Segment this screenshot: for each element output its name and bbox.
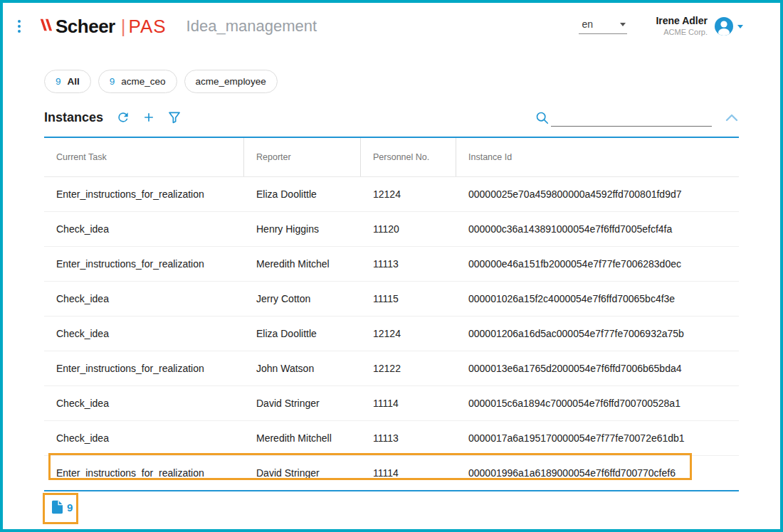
cell-current-task: Check_idea (44, 223, 244, 235)
frame-tab-notch (27, 0, 178, 4)
column-header-reporter[interactable]: Reporter (244, 138, 361, 176)
chevron-down-icon (620, 23, 626, 26)
page-count-value: 9 (67, 501, 73, 514)
cell-current-task: Enter_instructions_for_realization (44, 467, 244, 479)
cell-reporter: David Stringer (244, 398, 361, 409)
cell-current-task: Check_idea (44, 432, 244, 444)
cell-instance-id: 000000c36a143891000054e7f6ffd7005efcf4fa (456, 223, 739, 235)
chip-count: 9 (56, 76, 61, 87)
add-instance-button[interactable] (142, 110, 156, 124)
cell-personnel-no: 11113 (361, 258, 456, 270)
table-row[interactable]: Enter_instructions_for_realization Mered… (44, 247, 739, 282)
column-header-current-task[interactable]: Current Task (44, 138, 244, 176)
cell-personnel-no: 11114 (361, 467, 456, 479)
table-row[interactable]: Enter_instructions_for_realization Eliza… (44, 177, 739, 212)
chip-label: acme_ceo (121, 76, 165, 87)
refresh-button[interactable] (116, 110, 130, 124)
user-organization: ACME Corp. (656, 28, 708, 38)
chevron-up-icon (725, 112, 739, 122)
filter-button[interactable] (167, 110, 182, 124)
column-header-personnel-no[interactable]: Personnel No. (361, 138, 456, 176)
cell-reporter: Meredith Mitchel (244, 258, 361, 270)
filter-chip-bar: 9 All 9 acme_ceo acme_employee (44, 70, 278, 93)
table-header-row: Current Task Reporter Personnel No. Inst… (44, 138, 739, 177)
cell-reporter: Eliza Doolittle (244, 328, 361, 339)
cell-current-task: Check_idea (44, 293, 244, 304)
table-row[interactable]: Check_idea Eliza Doolittle 12124 0000012… (44, 316, 739, 351)
cell-personnel-no: 11115 (361, 293, 456, 304)
filter-chip-acme-ceo[interactable]: 9 acme_ceo (98, 70, 177, 93)
account-circle-icon (713, 16, 735, 37)
instances-table: Current Task Reporter Personnel No. Inst… (44, 137, 739, 491)
cell-personnel-no: 11114 (361, 398, 456, 409)
filter-funnel-icon (167, 110, 182, 124)
cell-current-task: Check_idea (44, 398, 244, 409)
brand-pas-text: PAS (129, 16, 167, 38)
chip-label: acme_employee (196, 76, 266, 87)
cell-instance-id: 000001026a15f2c4000054e7f6ffd70065bc4f3e (456, 293, 739, 304)
scheer-pas-logo: Scheer | PAS (38, 16, 167, 38)
app-header: Scheer | PAS Idea_management en Irene Ad… (10, 7, 743, 46)
plus-icon (142, 110, 156, 124)
cell-current-task: Enter_instructions_for_realization (44, 188, 244, 200)
table-row-highlighted[interactable]: Enter_instructions_for_realization David… (44, 456, 739, 490)
cell-current-task: Enter_instructions_for_realization (44, 363, 244, 374)
page-title: Idea_management (186, 17, 317, 36)
user-info: Irene Adler ACME Corp. (656, 15, 708, 37)
file-icon (51, 500, 63, 514)
cell-reporter: Henry Higgins (244, 223, 361, 235)
user-name: Irene Adler (656, 15, 708, 28)
cell-personnel-no: 11120 (361, 223, 456, 235)
search-icon (535, 111, 550, 128)
cell-instance-id: 0000013e6a1765d2000054e7f6ffd7006b65bda4 (456, 363, 739, 374)
cell-reporter: Meredith Mitchell (244, 432, 361, 444)
table-row[interactable]: Check_idea Henry Higgins 11120 000000c36… (44, 212, 739, 247)
app-window: Scheer | PAS Idea_management en Irene Ad… (0, 0, 783, 532)
cell-reporter: Eliza Doolittle (244, 188, 361, 200)
language-value: en (582, 18, 593, 30)
instances-toolbar: Instances (44, 104, 739, 131)
cell-instance-id: 000001206a16d5ac000054e7f77fe7006932a75b (456, 328, 739, 339)
collapse-panel-button[interactable] (725, 112, 739, 122)
chip-label: All (68, 76, 80, 87)
cell-reporter: Jerry Cotton (244, 293, 361, 304)
filter-chip-acme-employee[interactable]: acme_employee (184, 70, 278, 93)
cell-personnel-no: 12124 (361, 328, 456, 339)
refresh-icon (116, 110, 130, 124)
cell-instance-id: 000001996a1a6189000054e7f6ffd700770cfef6 (456, 467, 739, 479)
table-row[interactable]: Enter_instructions_for_realization John … (44, 351, 739, 386)
cell-instance-id: 000000e46a151fb2000054e7f77fe7006283d0ec (456, 258, 739, 270)
cell-personnel-no: 12122 (361, 363, 456, 374)
cell-current-task: Enter_instructions_for_realization (44, 258, 244, 270)
column-header-instance-id[interactable]: Instance Id (456, 138, 739, 176)
cell-reporter: John Watson (244, 363, 361, 374)
chip-count: 9 (110, 76, 115, 87)
cell-instance-id: 00000025e70a459800000a4592ffd700801fd9d7 (456, 188, 739, 200)
chevron-down-icon (737, 25, 743, 28)
cell-personnel-no: 12124 (361, 188, 456, 200)
brand-scheer-text: Scheer (56, 16, 115, 38)
search-input[interactable] (551, 109, 712, 127)
table-row[interactable]: Check_idea David Stringer 11114 0000015c… (44, 386, 739, 421)
kebab-menu-icon[interactable] (10, 17, 28, 36)
cell-instance-id: 0000015c6a1894c7000054e7f6ffd700700528a1 (456, 398, 739, 409)
language-select[interactable]: en (579, 18, 627, 34)
section-title: Instances (44, 110, 103, 125)
cell-personnel-no: 11113 (361, 432, 456, 444)
brand-divider: | (121, 16, 126, 38)
page-count-button[interactable]: 9 (51, 500, 73, 514)
scheer-logo-mark-icon (38, 16, 53, 36)
cell-current-task: Check_idea (44, 328, 244, 339)
filter-chip-all[interactable]: 9 All (44, 70, 91, 93)
cell-instance-id: 0000017a6a195170000054e7f77fe70072e61db1 (456, 432, 739, 444)
search-box (535, 109, 712, 127)
cell-reporter: David Stringer (244, 467, 361, 479)
table-row[interactable]: Check_idea Jerry Cotton 11115 000001026a… (44, 282, 739, 316)
table-row[interactable]: Check_idea Meredith Mitchell 11113 00000… (44, 421, 739, 456)
user-menu-button[interactable] (713, 16, 743, 37)
